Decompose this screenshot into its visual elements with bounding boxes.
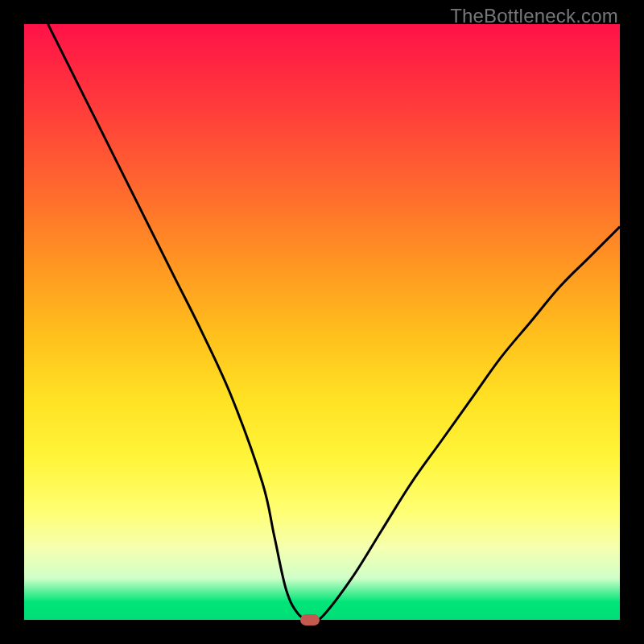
- chart-plot-area: [24, 24, 620, 620]
- bottleneck-curve: [24, 24, 620, 620]
- optimal-point-marker: [300, 614, 320, 625]
